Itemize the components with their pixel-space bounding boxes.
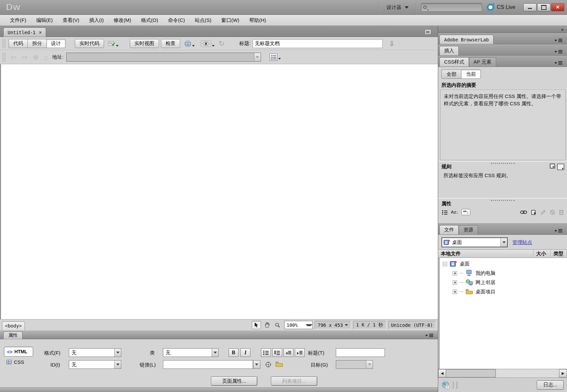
- zoom-level-select[interactable]: 100%: [284, 321, 313, 329]
- back-icon[interactable]: ⇦: [9, 53, 18, 61]
- css-mode-button[interactable]: CSS: [4, 359, 34, 365]
- attach-stylesheet-icon[interactable]: [520, 210, 527, 214]
- column-type[interactable]: 类型: [551, 250, 567, 258]
- tab-close-icon[interactable]: ×: [39, 29, 42, 35]
- italic-button[interactable]: I: [240, 348, 250, 357]
- section-drag-handle[interactable]: [491, 200, 515, 201]
- files-tab[interactable]: 文件: [439, 225, 459, 234]
- bold-button[interactable]: B: [229, 348, 238, 357]
- menu-site[interactable]: 站点(S): [190, 16, 216, 25]
- design-canvas[interactable]: [0, 64, 438, 319]
- id-select[interactable]: 无: [69, 360, 121, 369]
- collapse-expander-icon[interactable]: [443, 262, 447, 266]
- new-rule-icon[interactable]: [531, 210, 537, 215]
- page-properties-button[interactable]: 页面属性...: [211, 376, 257, 386]
- toolbar-grip[interactable]: [3, 39, 5, 48]
- inspect-button[interactable]: 检查: [161, 39, 180, 48]
- close-button[interactable]: [551, 3, 564, 11]
- design-view-button[interactable]: 设计: [46, 39, 66, 48]
- toolbar-grip[interactable]: [3, 53, 5, 62]
- horizontal-scrollbar[interactable]: ◀ ▶: [438, 369, 567, 377]
- browse-folder-icon[interactable]: [276, 361, 283, 367]
- address-input[interactable]: [67, 55, 254, 60]
- property-inspector-tab[interactable]: 属性: [3, 331, 23, 339]
- show-info-icon[interactable]: [557, 164, 564, 170]
- split-view-button[interactable]: 拆分: [27, 39, 46, 48]
- outdent-button[interactable]: [284, 348, 293, 357]
- tree-row-desktop[interactable]: 桌面: [439, 259, 567, 269]
- forward-icon[interactable]: ⇨: [21, 53, 29, 61]
- menu-commands[interactable]: 命令(C): [164, 16, 190, 25]
- expand-expander-icon[interactable]: [453, 271, 457, 275]
- tree-row-my-computer[interactable]: 我的电脑: [439, 269, 567, 278]
- document-title-input[interactable]: [253, 39, 383, 48]
- panel-menu-icon[interactable]: [554, 61, 562, 65]
- expand-expander-icon[interactable]: [453, 280, 457, 285]
- link-dropdown-button[interactable]: [253, 360, 260, 369]
- scroll-left-icon[interactable]: ◀: [438, 369, 446, 377]
- render-options-button[interactable]: [270, 54, 281, 61]
- maximize-button[interactable]: [537, 3, 550, 11]
- css-current-button[interactable]: 当前: [461, 70, 481, 79]
- point-to-file-icon[interactable]: [265, 361, 272, 368]
- assets-tab[interactable]: 资源: [459, 225, 478, 234]
- panel-menu-icon[interactable]: [554, 39, 562, 42]
- cascade-windows-icon[interactable]: [425, 30, 431, 34]
- css-styles-tab[interactable]: CSS样式: [439, 57, 469, 67]
- refresh-icon[interactable]: ↻: [219, 39, 225, 48]
- cs-live-button[interactable]: CS Live: [487, 4, 515, 11]
- menu-window[interactable]: 窗口(W): [217, 16, 244, 25]
- format-select[interactable]: 无: [69, 348, 121, 357]
- site-dropdown-button[interactable]: [500, 238, 507, 247]
- class-select[interactable]: 无: [163, 348, 219, 357]
- column-size[interactable]: 大小: [534, 250, 551, 258]
- menu-file[interactable]: 文件(F): [5, 16, 31, 25]
- ordered-list-button[interactable]: [272, 348, 282, 357]
- file-management-icon[interactable]: ⇩: [389, 40, 395, 48]
- check-page-button[interactable]: [106, 39, 121, 48]
- unordered-list-button[interactable]: [261, 348, 271, 357]
- visual-aids-button[interactable]: [199, 39, 217, 48]
- search-input[interactable]: [429, 5, 475, 10]
- menu-edit[interactable]: 编辑(E): [31, 16, 57, 25]
- menu-format[interactable]: 格式(O): [136, 16, 163, 25]
- address-combo[interactable]: [66, 53, 261, 62]
- resize-grip[interactable]: [453, 381, 454, 389]
- home-icon[interactable]: ⌂: [43, 53, 50, 61]
- title-attr-input[interactable]: [336, 348, 385, 357]
- collapse-panels-icon[interactable]: »: [561, 26, 564, 32]
- scroll-right-icon[interactable]: ▶: [559, 369, 567, 377]
- menu-view[interactable]: 查看(V): [58, 16, 84, 25]
- tree-row-desktop-items[interactable]: 桌面项目: [439, 287, 567, 296]
- sort-az-icon[interactable]: Az↓: [451, 210, 458, 215]
- workspace-switcher[interactable]: 设计器: [384, 3, 411, 12]
- sort-custom-icon[interactable]: **↓: [461, 209, 470, 215]
- zoom-tool[interactable]: [273, 321, 282, 329]
- format-dropdown-button[interactable]: [114, 349, 121, 357]
- show-cascade-icon[interactable]: [550, 164, 555, 169]
- expand-expander-icon[interactable]: [453, 290, 457, 294]
- scrollbar-thumb[interactable]: [446, 369, 496, 377]
- manage-sites-link[interactable]: 管理站点: [512, 239, 532, 246]
- hand-tool[interactable]: [262, 321, 272, 329]
- resize-grip[interactable]: [456, 381, 457, 389]
- ap-elements-tab[interactable]: AP 元素: [469, 57, 496, 67]
- section-drag-handle[interactable]: [491, 163, 515, 164]
- code-view-button[interactable]: 代码: [9, 39, 27, 48]
- panel-menu-icon[interactable]: [425, 334, 433, 337]
- show-category-view-icon[interactable]: [442, 210, 447, 215]
- panel-menu-icon[interactable]: [554, 229, 562, 232]
- menu-insert[interactable]: 插入(I): [84, 16, 108, 25]
- stop-icon[interactable]: ⊗: [31, 53, 40, 61]
- css-all-button[interactable]: 全部: [441, 70, 461, 79]
- document-tab[interactable]: Untitled-1 ×: [3, 27, 46, 37]
- preview-in-browser-button[interactable]: [182, 39, 197, 48]
- minimize-button[interactable]: [523, 3, 537, 11]
- class-dropdown-button[interactable]: [212, 349, 218, 357]
- panel-menu-icon[interactable]: [554, 50, 562, 53]
- link-input[interactable]: [163, 360, 253, 369]
- live-view-button[interactable]: 实时视图: [130, 39, 159, 48]
- site-select[interactable]: 桌面: [441, 237, 508, 247]
- search-box[interactable]: [421, 3, 482, 12]
- html-mode-button[interactable]: <> HTML: [4, 347, 33, 357]
